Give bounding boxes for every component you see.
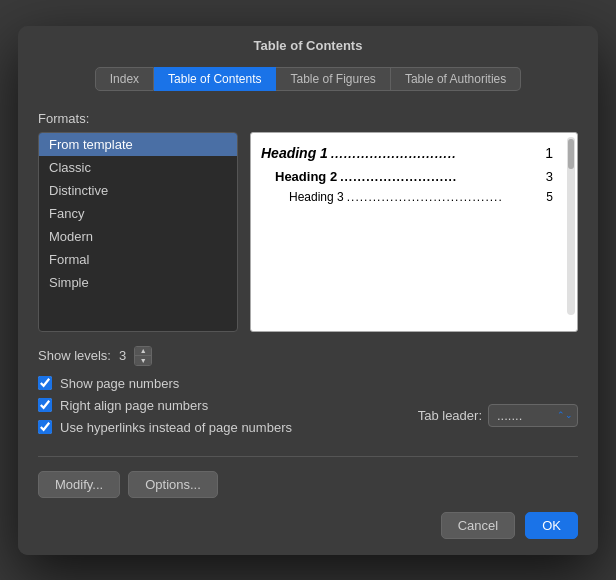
bottom-buttons-right: Cancel OK	[38, 512, 578, 539]
tab-toa[interactable]: Table of Authorities	[391, 67, 521, 91]
checkbox-show-page-numbers-row: Show page numbers	[38, 376, 418, 391]
ok-button[interactable]: OK	[525, 512, 578, 539]
format-classic[interactable]: Classic	[39, 156, 237, 179]
stepper-up[interactable]: ▲	[135, 347, 151, 357]
format-fancy[interactable]: Fancy	[39, 202, 237, 225]
heading1-dots: .............................	[331, 147, 542, 161]
modify-button[interactable]: Modify...	[38, 471, 120, 498]
preview-heading1: Heading 1 ............................. …	[261, 145, 567, 161]
preview-box: Heading 1 ............................. …	[250, 132, 578, 332]
tab-leader-select[interactable]: (none) ....... ------- _______	[488, 404, 578, 427]
format-distinctive[interactable]: Distinctive	[39, 179, 237, 202]
heading1-text: Heading 1	[261, 145, 328, 161]
checkbox-use-hyperlinks-row: Use hyperlinks instead of page numbers	[38, 420, 418, 435]
formats-list[interactable]: From template Classic Distinctive Fancy …	[38, 132, 238, 332]
heading2-dots: ...........................	[340, 170, 543, 184]
use-hyperlinks-label: Use hyperlinks instead of page numbers	[60, 420, 292, 435]
format-from-template[interactable]: From template	[39, 133, 237, 156]
heading1-page: 1	[545, 145, 553, 161]
tab-toc[interactable]: Table of Contents	[154, 67, 276, 91]
heading3-dots: ....................................	[347, 190, 544, 204]
tab-tof[interactable]: Table of Figures	[276, 67, 390, 91]
tabs-bar: Index Table of Contents Table of Figures…	[18, 61, 598, 101]
formats-label: Formats:	[38, 111, 578, 126]
preview-scrollbar[interactable]	[567, 137, 575, 315]
show-levels-row: Show levels: 3 ▲ ▼	[38, 346, 578, 366]
levels-stepper[interactable]: ▲ ▼	[134, 346, 152, 366]
heading2-page: 3	[546, 169, 553, 184]
checkbox-show-page-numbers[interactable]	[38, 376, 52, 390]
show-levels-label: Show levels:	[38, 348, 111, 363]
main-row: From template Classic Distinctive Fancy …	[38, 132, 578, 332]
show-levels-value: 3	[119, 348, 126, 363]
preview-heading3: Heading 3 ..............................…	[289, 190, 567, 204]
divider	[38, 456, 578, 457]
options-button[interactable]: Options...	[128, 471, 218, 498]
bottom-buttons-left: Modify... Options...	[38, 471, 578, 498]
content-area: Formats: From template Classic Distincti…	[18, 101, 598, 555]
dialog-title: Table of Contents	[18, 26, 598, 61]
tab-leader-select-wrapper: (none) ....... ------- _______	[488, 404, 578, 427]
format-formal[interactable]: Formal	[39, 248, 237, 271]
heading2-text: Heading 2	[275, 169, 337, 184]
checkboxes-and-tableader: Show page numbers Right align page numbe…	[38, 376, 578, 442]
format-modern[interactable]: Modern	[39, 225, 237, 248]
tab-leader-row: Tab leader: (none) ....... ------- _____…	[418, 376, 578, 427]
checkbox-use-hyperlinks[interactable]	[38, 420, 52, 434]
stepper-down[interactable]: ▼	[135, 356, 151, 365]
checkbox-right-align[interactable]	[38, 398, 52, 412]
dialog: Table of Contents Index Table of Content…	[18, 26, 598, 555]
right-align-label: Right align page numbers	[60, 398, 208, 413]
cancel-button[interactable]: Cancel	[441, 512, 515, 539]
checkbox-group: Show page numbers Right align page numbe…	[38, 376, 418, 442]
checkbox-right-align-row: Right align page numbers	[38, 398, 418, 413]
format-simple[interactable]: Simple	[39, 271, 237, 294]
heading3-page: 5	[546, 190, 553, 204]
show-page-numbers-label: Show page numbers	[60, 376, 179, 391]
tab-index[interactable]: Index	[95, 67, 154, 91]
preview-heading2: Heading 2 ........................... 3	[275, 169, 567, 184]
tab-leader-label: Tab leader:	[418, 408, 482, 423]
heading3-text: Heading 3	[289, 190, 344, 204]
